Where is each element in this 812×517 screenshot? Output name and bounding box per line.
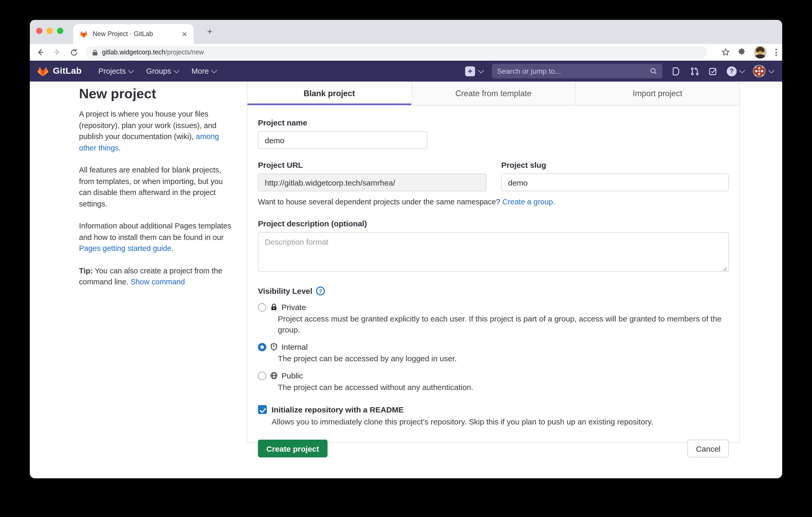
user-menu[interactable] [753,65,773,78]
project-name-input[interactable] [258,131,428,149]
page-title: New project [79,86,232,102]
tab-title: New Project · GitLab [93,30,180,38]
new-menu[interactable]: + [465,66,483,76]
public-description: The project can be accessed without any … [278,382,729,393]
cancel-button[interactable]: Cancel [688,439,729,457]
private-description: Project access must be granted explicitl… [278,313,729,335]
visibility-option-internal: Internal The project can be accessed by … [258,342,729,364]
namespace-hint: Want to house several dependent projects… [258,197,729,206]
internal-radio[interactable] [258,343,266,351]
project-type-tabs: Blank project Create from template Impor… [248,82,739,105]
gitlab-favicon [80,30,88,38]
lock-icon [270,303,278,311]
internal-description: The project can be accessed by any logge… [278,353,729,364]
project-description-label: Project description (optional) [258,219,729,228]
maximize-window-button[interactable] [57,28,63,34]
chevron-down-icon [768,67,775,73]
internal-label: Internal [282,342,308,351]
nav-groups[interactable]: Groups [146,67,178,75]
initialize-readme-label: Initialize repository with a README [271,405,404,414]
merge-requests-icon[interactable] [690,67,699,75]
sidebar-paragraph: Information about additional Pages templ… [79,221,232,254]
new-project-panel: Blank project Create from template Impor… [247,82,740,443]
tanuki-icon [37,66,49,77]
brand-name: GitLab [53,66,82,76]
search-input[interactable] [497,67,650,75]
browser-window: New Project · GitLab ✕ + gitlab.widgetco… [30,20,782,478]
nav-more[interactable]: More [192,67,215,75]
gitlab-navbar: GitLab Projects Groups More + [30,61,782,82]
project-slug-label: Project slug [501,160,729,170]
browser-tab-strip: New Project · GitLab ✕ + [30,20,782,44]
sidebar-paragraph: A project is where you house your files … [79,109,232,154]
visibility-level-label: Visibility Level ? [258,286,729,295]
tab-import-project[interactable]: Import project [575,82,739,105]
url-domain: gitlab.widgetcorp.tech [102,49,165,56]
search-icon [650,67,657,75]
visibility-option-private: Private Project access must be granted e… [258,303,729,335]
create-project-button[interactable]: Create project [258,439,327,457]
project-url-input[interactable] [258,174,487,191]
issues-icon[interactable] [672,67,681,75]
private-label: Private [282,303,306,311]
initialize-readme-checkbox[interactable] [258,405,267,414]
url-path: /projects/new [165,49,204,56]
project-url-label: Project URL [258,160,487,170]
user-avatar [753,65,765,78]
visibility-option-public: Public The project can be accessed witho… [258,371,729,393]
show-command-link[interactable]: Show command [130,278,185,286]
help-sidebar: New project A project is where you house… [79,86,232,299]
sidebar-paragraph: All features are enabled for blank proje… [79,165,232,210]
chevron-down-icon [128,67,134,73]
public-radio[interactable] [258,371,266,380]
browser-toolbar: gitlab.widgetcorp.tech/projects/new [30,44,782,61]
browser-tab[interactable]: New Project · GitLab ✕ [73,24,194,44]
window-controls[interactable] [36,28,63,34]
private-radio[interactable] [258,303,266,311]
new-tab-button[interactable]: + [205,27,215,37]
bookmark-star-icon[interactable] [722,48,730,57]
chevron-down-icon [211,67,218,73]
back-icon[interactable] [34,46,47,59]
project-slug-input[interactable] [501,174,729,191]
sidebar-tip: Tip: You can also create a project from … [79,265,232,288]
project-name-label: Project name [258,118,729,127]
minimize-window-button[interactable] [47,28,53,34]
resize-grip-icon[interactable] [723,267,727,271]
tab-close-icon[interactable]: ✕ [180,30,188,38]
reload-icon[interactable] [67,46,80,59]
chevron-down-icon [478,67,484,73]
pages-guide-link[interactable]: Pages getting started guide [79,244,171,252]
close-window-button[interactable] [36,28,42,34]
extensions-puzzle-icon[interactable] [738,48,746,57]
help-icon: ? [727,66,737,76]
globe-icon [270,372,278,379]
forward-icon[interactable] [51,46,63,59]
browser-menu-icon[interactable] [774,48,778,57]
tab-blank-project[interactable]: Blank project [248,82,411,105]
blank-project-form: Project name Project URL Project slug Wa… [248,118,739,457]
https-lock-icon [92,49,98,56]
initialize-readme-description: Allows you to immediately clone this pro… [271,417,729,426]
chevron-down-icon [173,67,179,73]
page-content: New project A project is where you house… [30,82,782,478]
gitlab-logo[interactable]: GitLab [37,66,82,77]
shield-icon [270,343,278,351]
search-box[interactable] [492,64,662,79]
chevron-down-icon [739,67,745,73]
nav-projects[interactable]: Projects [98,67,133,75]
project-description-textarea[interactable] [258,232,729,272]
help-menu[interactable]: ? [727,66,744,76]
url-bar[interactable]: gitlab.widgetcorp.tech/projects/new [86,46,707,59]
plus-icon: + [465,66,475,76]
visibility-help-icon[interactable]: ? [316,286,325,295]
public-label: Public [282,371,303,380]
todos-icon[interactable] [708,67,717,75]
browser-profile-avatar[interactable] [754,46,766,59]
create-group-link[interactable]: Create a group. [502,197,555,206]
tab-create-from-template[interactable]: Create from template [411,82,575,105]
